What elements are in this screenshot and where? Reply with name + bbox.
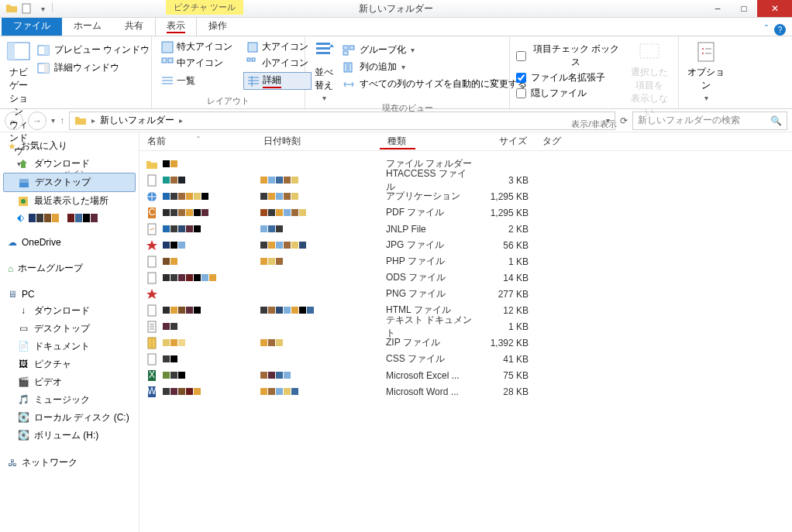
file-row[interactable]: CSS ファイル41 KB: [139, 351, 792, 367]
hide-icon: [637, 39, 662, 64]
sidebar-item-ミュージック[interactable]: 🎵ミュージック: [3, 391, 136, 409]
sidebar-item-ボリューム (H:)[interactable]: 💽ボリューム (H:): [3, 427, 136, 444]
sidebar-favorites[interactable]: ★お気に入り: [3, 137, 136, 155]
layout-中アイコン[interactable]: 中アイコン: [158, 56, 236, 70]
file-icon: [146, 272, 158, 284]
preview-pane-button[interactable]: プレビュー ウィンドウ: [37, 43, 150, 57]
file-row[interactable]: JPG ファイル56 KB: [139, 237, 792, 253]
sidebar-item-ローカル ディスク (C:)[interactable]: 💽ローカル ディスク (C:): [3, 409, 136, 427]
layout-大アイコン[interactable]: 大アイコン: [243, 39, 312, 54]
sidebar-item-dropbox[interactable]: ⬖: [3, 210, 136, 225]
sidebar-homegroup[interactable]: ⌂ホームグループ: [3, 259, 136, 277]
sidebar-item-最近表示した場所[interactable]: 最近表示した場所: [3, 192, 136, 210]
tab-2[interactable]: 表示: [155, 15, 197, 36]
refresh-button[interactable]: ⟳: [620, 115, 628, 126]
sidebar-item-ピクチャ[interactable]: 🖼ピクチャ: [3, 355, 136, 373]
hide-selected-button[interactable]: 選択した項目を 表示しない: [628, 39, 672, 118]
ribbon: ナビゲーション ウィンドウ ▾ プレビュー ウィンドウ 詳細ウィンドウ ペイン …: [0, 36, 792, 109]
forward-button[interactable]: →: [28, 112, 46, 130]
sidebar-item-ビデオ[interactable]: 🎬ビデオ: [3, 373, 136, 391]
tab-1[interactable]: 共有: [113, 15, 155, 36]
file-icon: [146, 353, 158, 366]
sidebar-item-デスクトップ[interactable]: デスクトップ: [3, 173, 136, 192]
svg-rect-39: [148, 354, 156, 365]
ribbon-minimize-icon[interactable]: ˆ: [765, 24, 768, 36]
address-field[interactable]: ▸ 新しいフォルダー ▸ ▾: [69, 112, 615, 130]
check-1[interactable]: ファイル名拡張子: [516, 71, 605, 84]
sidebar-item-デスクトップ[interactable]: ▭デスクトップ: [3, 320, 136, 338]
qat-dropdown-icon[interactable]: ▾: [36, 2, 50, 15]
sidebar-pc[interactable]: 🖥PC: [3, 287, 136, 302]
check-2[interactable]: 隠しファイル: [516, 87, 587, 100]
file-row[interactable]: アプリケーション1,295 KB: [139, 188, 792, 204]
minimize-button[interactable]: –: [704, 0, 731, 17]
tools-badge: ピクチャ ツール: [166, 0, 243, 15]
svg-rect-12: [252, 58, 255, 61]
properties-icon[interactable]: [20, 2, 34, 15]
up-button[interactable]: ↑: [60, 115, 64, 126]
column-tag[interactable]: タグ: [535, 135, 597, 148]
file-row[interactable]: ODS ファイル14 KB: [139, 269, 792, 286]
file-row[interactable]: JNLP File2 KB: [139, 221, 792, 237]
svg-rect-10: [168, 58, 173, 63]
sort-button[interactable]: 並べ替え▾: [312, 39, 336, 102]
sidebar-item-ドキュメント[interactable]: 📄ドキュメント: [3, 338, 136, 355]
sidebar-item-ダウンロード[interactable]: ↓ダウンロード: [3, 302, 136, 320]
autofit-columns-button[interactable]: すべての列のサイズを自動的に変更する: [343, 77, 527, 91]
folder-icon: [5, 2, 19, 15]
file-icon: [146, 223, 158, 235]
svg-rect-18: [343, 51, 348, 55]
svg-rect-9: [162, 58, 167, 63]
check-0[interactable]: 項目チェック ボックス: [516, 43, 622, 69]
help-icon[interactable]: ?: [774, 24, 786, 36]
layout-小アイコン[interactable]: 小アイコン: [243, 56, 312, 70]
layout-詳細[interactable]: 詳細: [243, 72, 312, 90]
sidebar-item-ダウンロード[interactable]: ダウンロード: [3, 155, 136, 173]
file-row[interactable]: PNG ファイル277 KB: [139, 286, 792, 302]
svg-rect-17: [350, 46, 354, 50]
sidebar-onedrive[interactable]: ☁OneDrive: [3, 235, 136, 250]
file-row[interactable]: HTACCESS ファイル3 KB: [139, 172, 792, 188]
detail-pane-button[interactable]: 詳細ウィンドウ: [37, 60, 150, 75]
svg-rect-11: [247, 58, 250, 61]
cloud-icon: ☁: [8, 237, 17, 248]
file-row[interactable]: XMicrosoft Excel ...75 KB: [139, 367, 792, 383]
search-icon[interactable]: 🔍: [770, 115, 782, 126]
tab-file[interactable]: ファイル: [2, 15, 62, 36]
file-icon: [146, 321, 158, 333]
group-by-button[interactable]: グループ化▾: [343, 43, 415, 57]
column-size[interactable]: サイズ: [473, 135, 535, 148]
svg-point-28: [21, 199, 26, 204]
svg-rect-22: [698, 43, 714, 61]
history-dropdown-icon[interactable]: ▾: [51, 116, 55, 125]
breadcrumb[interactable]: 新しいフォルダー: [100, 114, 174, 127]
svg-point-23: [702, 48, 704, 50]
address-dropdown-icon[interactable]: ▾: [606, 116, 610, 125]
maximize-button[interactable]: □: [731, 0, 757, 17]
file-row[interactable]: WMicrosoft Word ...28 KB: [139, 383, 792, 400]
sidebar-network[interactable]: 🖧ネットワーク: [3, 454, 136, 472]
layout-特大アイコン[interactable]: 特大アイコン: [158, 39, 236, 54]
svg-rect-8: [248, 43, 257, 52]
close-button[interactable]: ✕: [757, 0, 792, 17]
options-button[interactable]: オプション▾: [685, 39, 727, 102]
file-row[interactable]: ZIP ファイル1,392 KB: [139, 335, 792, 351]
column-name[interactable]: 名前ˆ: [139, 135, 256, 148]
file-row[interactable]: テキスト ドキュメント1 KB: [139, 318, 792, 335]
back-button[interactable]: ←: [5, 112, 23, 130]
dropbox-icon: ⬖: [17, 212, 24, 223]
sort-icon: [312, 39, 336, 64]
layout-group-label: レイアウト: [158, 95, 298, 107]
column-type[interactable]: 種類: [380, 135, 473, 148]
file-row[interactable]: PHP ファイル1 KB: [139, 253, 792, 269]
layout-一覧[interactable]: 一覧: [158, 72, 236, 90]
add-column-button[interactable]: 列の追加▾: [343, 60, 405, 74]
svg-text:C: C: [149, 207, 156, 218]
column-date[interactable]: 日付時刻: [256, 135, 380, 148]
file-icon: [146, 239, 158, 252]
svg-rect-13: [316, 43, 330, 45]
tab-3[interactable]: 操作: [197, 15, 239, 36]
file-icon: [146, 288, 158, 300]
tab-0[interactable]: ホーム: [62, 15, 113, 36]
file-row[interactable]: CPDF ファイル1,295 KB: [139, 204, 792, 221]
